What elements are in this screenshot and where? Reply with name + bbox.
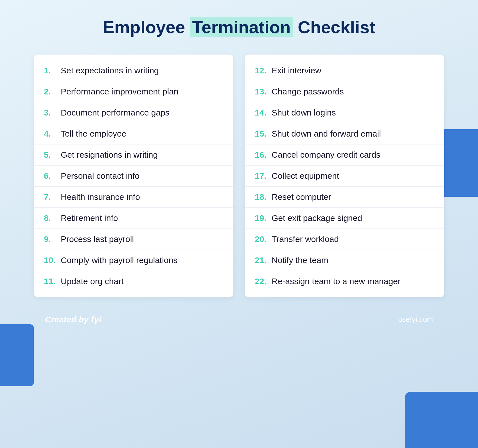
item-number: 5. <box>44 150 58 160</box>
item-text: Shut down and forward email <box>272 129 381 139</box>
left-checklist-card: 1. Set expectations in writing 2. Perfor… <box>34 55 233 297</box>
item-text: Document performance gaps <box>61 108 170 117</box>
item-number: 18. <box>255 192 269 202</box>
list-item: 3. Document performance gaps <box>34 102 233 123</box>
title-highlight: Termination <box>190 17 293 37</box>
item-number: 20. <box>255 234 269 244</box>
list-item: 5. Get resignations in writing <box>34 144 233 166</box>
item-text: Get resignations in writing <box>61 150 158 160</box>
item-number: 8. <box>44 213 58 223</box>
list-item: 18. Reset computer <box>245 187 444 208</box>
item-number: 13. <box>255 87 269 96</box>
list-item: 20. Transfer workload <box>245 229 444 250</box>
item-text: Retirement info <box>61 213 118 223</box>
item-text: Personal contact info <box>61 171 139 181</box>
item-text: Exit interview <box>272 66 321 75</box>
item-number: 10. <box>44 255 58 265</box>
decorative-shape-bottom-right <box>405 392 478 448</box>
list-item: 14. Shut down logins <box>245 102 444 123</box>
item-number: 1. <box>44 66 58 75</box>
list-item: 22. Re-assign team to a new manager <box>245 271 444 292</box>
item-text: Cancel company credit cards <box>272 150 380 160</box>
item-number: 14. <box>255 108 269 117</box>
list-item: 4. Tell the employee <box>34 123 233 144</box>
footer-brand: Created by fyi <box>45 314 102 325</box>
page-header: Employee Termination Checklist <box>22 17 456 38</box>
title-part1: Employee <box>103 17 190 37</box>
footer: Created by fyi usefyi.com <box>22 306 456 325</box>
list-item: 6. Personal contact info <box>34 166 233 187</box>
item-text: Transfer workload <box>272 234 339 244</box>
footer-url: usefyi.com <box>398 315 433 324</box>
item-text: Re-assign team to a new manager <box>272 277 401 286</box>
list-item: 21. Notify the team <box>245 250 444 271</box>
item-number: 11. <box>44 277 58 286</box>
item-number: 4. <box>44 129 58 139</box>
item-number: 7. <box>44 192 58 202</box>
right-checklist-card: 12. Exit interview 13. Change passwords … <box>245 55 444 297</box>
item-text: Collect equipment <box>272 171 339 181</box>
item-text: Set expectations in writing <box>61 66 159 75</box>
list-item: 9. Process last payroll <box>34 229 233 250</box>
list-item: 11. Update org chart <box>34 271 233 292</box>
list-item: 19. Get exit package signed <box>245 208 444 229</box>
brand-italic: fyi <box>91 314 101 324</box>
item-number: 22. <box>255 277 269 286</box>
item-number: 19. <box>255 213 269 223</box>
list-item: 15. Shut down and forward email <box>245 123 444 144</box>
item-text: Get exit package signed <box>272 213 362 223</box>
item-number: 17. <box>255 171 269 181</box>
item-number: 15. <box>255 129 269 139</box>
list-item: 1. Set expectations in writing <box>34 60 233 81</box>
item-text: Health insurance info <box>61 192 140 202</box>
item-text: Update org chart <box>61 277 123 286</box>
item-number: 3. <box>44 108 58 117</box>
title-part2: Checklist <box>293 17 375 37</box>
item-text: Performance improvement plan <box>61 87 179 96</box>
item-number: 12. <box>255 66 269 75</box>
item-text: Comply with payroll regulations <box>61 255 177 265</box>
list-item: 10. Comply with payroll regulations <box>34 250 233 271</box>
created-by-label: Created by <box>45 315 91 324</box>
item-text: Notify the team <box>272 255 328 265</box>
item-number: 2. <box>44 87 58 96</box>
list-item: 16. Cancel company credit cards <box>245 144 444 166</box>
list-item: 7. Health insurance info <box>34 187 233 208</box>
item-number: 9. <box>44 234 58 244</box>
list-item: 2. Performance improvement plan <box>34 81 233 102</box>
list-item: 12. Exit interview <box>245 60 444 81</box>
list-item: 17. Collect equipment <box>245 166 444 187</box>
item-text: Reset computer <box>272 192 331 202</box>
page-title: Employee Termination Checklist <box>22 17 456 38</box>
item-number: 6. <box>44 171 58 181</box>
list-item: 8. Retirement info <box>34 208 233 229</box>
list-item: 13. Change passwords <box>245 81 444 102</box>
item-text: Change passwords <box>272 87 344 96</box>
item-number: 16. <box>255 150 269 160</box>
item-number: 21. <box>255 255 269 265</box>
item-text: Tell the employee <box>61 129 126 139</box>
item-text: Shut down logins <box>272 108 336 117</box>
item-text: Process last payroll <box>61 234 134 244</box>
checklist-container: 1. Set expectations in writing 2. Perfor… <box>34 55 444 297</box>
